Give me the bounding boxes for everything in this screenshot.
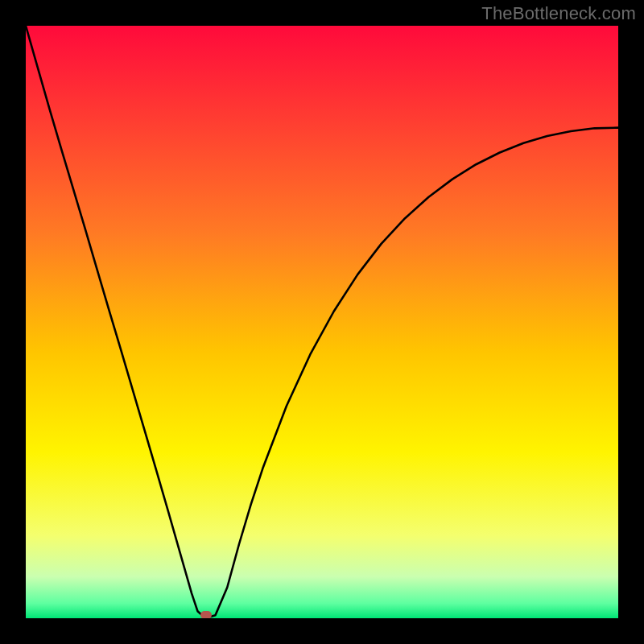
bottleneck-curve <box>26 26 618 618</box>
plot-area <box>26 26 618 618</box>
optimum-marker <box>200 611 212 618</box>
chart-frame: TheBottleneck.com <box>0 0 644 644</box>
attribution-label: TheBottleneck.com <box>481 3 636 24</box>
